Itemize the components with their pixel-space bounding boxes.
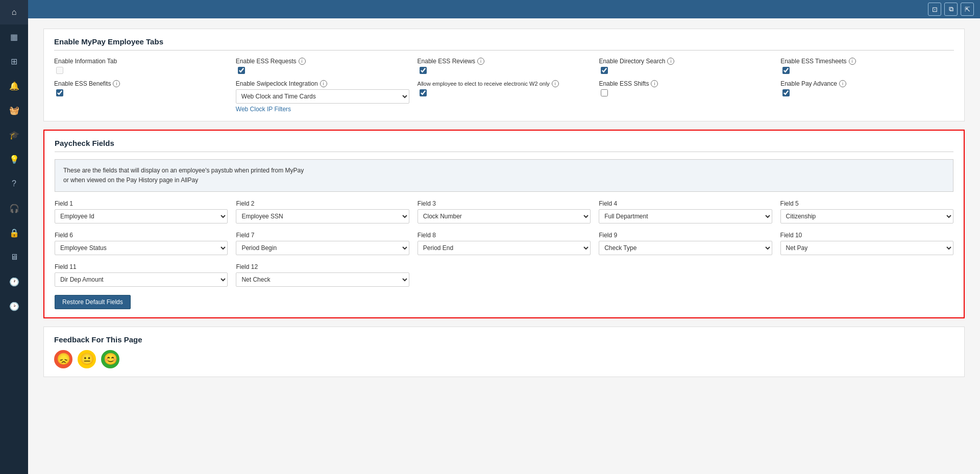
field-12-label: Field 12 <box>236 263 409 270</box>
field-empty-2 <box>599 263 772 287</box>
sidebar-item-security[interactable]: 🔒 <box>0 220 28 245</box>
topbar-icon-2[interactable]: ⧉ <box>944 3 958 16</box>
enable-pay-advance-label: Enable Pay Advance i <box>780 80 954 87</box>
field-8-item: Field 8 Employee Id Employee SSN Clock N… <box>418 232 591 255</box>
field-7-label: Field 7 <box>236 232 409 239</box>
fields-row-1: Field 1 Employee Id Employee SSN Clock N… <box>55 200 953 223</box>
enable-pay-advance-checkbox[interactable] <box>782 89 790 96</box>
sidebar-item-bell[interactable]: 🔔 <box>0 73 28 98</box>
field-7-item: Field 7 Employee Id Employee SSN Clock N… <box>236 232 409 255</box>
w2-info-icon[interactable]: i <box>552 80 559 87</box>
sidebar-item-clock2[interactable]: 🕑 <box>0 294 28 318</box>
feedback-section: Feedback For This Page 😞 😐 😊 <box>43 327 965 377</box>
field-6-item: Field 6 Employee Id Employee SSN Clock N… <box>55 232 228 255</box>
ess-requests-info-icon[interactable]: i <box>299 58 306 65</box>
field-9-select[interactable]: Employee Id Employee SSN Clock Number Fu… <box>599 241 772 255</box>
enable-item-ess-shifts: Enable ESS Shifts i <box>599 80 772 113</box>
sidebar-item-education[interactable]: 🎓 <box>0 122 28 147</box>
enable-ess-timesheets-wrap <box>780 67 954 74</box>
swipeclock-select[interactable]: Web Clock and Time Cards Option 2 <box>236 89 409 104</box>
enable-w2-wrap <box>418 89 591 96</box>
field-9-label: Field 9 <box>599 232 772 239</box>
field-8-select[interactable]: Employee Id Employee SSN Clock Number Fu… <box>418 241 591 255</box>
enable-pay-advance-wrap <box>780 89 954 96</box>
enable-ess-benefits-label: Enable ESS Benefits i <box>54 80 228 87</box>
enable-item-information-tab: Enable Information Tab <box>54 58 228 74</box>
enable-ess-timesheets-checkbox[interactable] <box>782 67 790 74</box>
enable-information-tab-label: Enable Information Tab <box>54 58 228 65</box>
field-11-select[interactable]: Employee Id Employee SSN Clock Number Fu… <box>55 272 228 287</box>
sidebar-item-dashboard[interactable]: ▦ <box>0 24 28 49</box>
field-10-label: Field 10 <box>780 232 953 239</box>
enable-ess-requests-wrap <box>236 67 409 74</box>
sidebar-item-basket[interactable]: 🧺 <box>0 98 28 122</box>
web-clock-ip-filters-link[interactable]: Web Clock IP Filters <box>236 106 409 113</box>
feedback-neutral-button[interactable]: 😐 <box>78 350 96 368</box>
sidebar-item-clock1[interactable]: 🕐 <box>0 269 28 294</box>
content-area: Enable MyPay Employee Tabs Enable Inform… <box>28 18 980 474</box>
sidebar-item-home[interactable]: ⌂ <box>0 0 28 24</box>
enable-swipeclock-label: Enable Swipeclock Integration i <box>236 80 409 87</box>
field-3-item: Field 3 Employee Id Employee SSN Clock N… <box>418 200 591 223</box>
paycheck-info-box: These are the fields that will display o… <box>55 159 953 192</box>
ess-timesheets-info-icon[interactable]: i <box>849 58 856 65</box>
directory-search-info-icon[interactable]: i <box>667 58 674 65</box>
main-content: ⊡ ⧉ ⇱ Enable MyPay Employee Tabs Enable … <box>28 0 980 474</box>
enable-ess-reviews-wrap <box>418 67 591 74</box>
field-12-select[interactable]: Employee Id Employee SSN Clock Number Fu… <box>236 272 409 287</box>
sidebar-item-lightbulb[interactable]: 💡 <box>0 147 28 171</box>
topbar-icon-1[interactable]: ⊡ <box>928 3 941 16</box>
ess-reviews-info-icon[interactable]: i <box>477 58 484 65</box>
enable-item-ess-requests: Enable ESS Requests i <box>236 58 409 74</box>
field-3-select[interactable]: Employee Id Employee SSN Clock Number Fu… <box>418 209 591 223</box>
enable-tabs-section: Enable MyPay Employee Tabs Enable Inform… <box>43 29 965 121</box>
enable-ess-benefits-checkbox[interactable] <box>56 89 63 96</box>
field-7-select[interactable]: Employee Id Employee SSN Clock Number Fu… <box>236 241 409 255</box>
enable-ess-shifts-checkbox[interactable] <box>601 89 608 96</box>
enable-directory-search-wrap <box>599 67 772 74</box>
paycheck-fields-section: Paycheck Fields These are the fields tha… <box>43 130 965 318</box>
enable-ess-requests-checkbox[interactable] <box>238 67 245 74</box>
enable-item-ess-benefits: Enable ESS Benefits i <box>54 80 228 113</box>
sidebar-item-support[interactable]: 🎧 <box>0 196 28 220</box>
enable-w2-checkbox[interactable] <box>420 89 427 96</box>
field-6-select[interactable]: Employee Id Employee SSN Clock Number Fu… <box>55 241 228 255</box>
enable-directory-search-checkbox[interactable] <box>601 67 608 74</box>
field-5-select[interactable]: Employee Id Employee SSN Clock Number Fu… <box>780 209 953 223</box>
ess-shifts-info-icon[interactable]: i <box>651 80 658 87</box>
enable-item-directory-search: Enable Directory Search i <box>599 58 772 74</box>
topbar-icons: ⊡ ⧉ ⇱ <box>928 3 974 16</box>
field-10-item: Field 10 Employee Id Employee SSN Clock … <box>780 232 953 255</box>
sidebar-item-grid[interactable]: ⊞ <box>0 49 28 73</box>
feedback-sad-button[interactable]: 😞 <box>54 350 72 368</box>
restore-default-fields-button[interactable]: Restore Default Fields <box>55 295 131 309</box>
field-1-label: Field 1 <box>55 200 228 207</box>
enable-ess-reviews-checkbox[interactable] <box>420 67 427 74</box>
sidebar-item-help[interactable]: ? <box>0 171 28 196</box>
enable-item-ess-reviews: Enable ESS Reviews i <box>418 58 591 74</box>
enable-ess-reviews-label: Enable ESS Reviews i <box>418 58 591 65</box>
sidebar: ⌂ ▦ ⊞ 🔔 🧺 🎓 💡 ? 🎧 🔒 🖥 🕐 🕑 <box>0 0 28 474</box>
field-2-label: Field 2 <box>236 200 409 207</box>
enable-information-tab-checkbox[interactable] <box>56 67 63 74</box>
feedback-title: Feedback For This Page <box>54 335 954 344</box>
field-10-select[interactable]: Employee Id Employee SSN Clock Number Fu… <box>780 241 953 255</box>
field-2-select[interactable]: Employee Id Employee SSN Clock Number Fu… <box>236 209 409 223</box>
pay-advance-info-icon[interactable]: i <box>839 80 846 87</box>
field-4-select[interactable]: Employee Id Employee SSN Clock Number Fu… <box>599 209 772 223</box>
field-4-label: Field 4 <box>599 200 772 207</box>
enable-ess-benefits-wrap <box>54 89 228 96</box>
field-9-item: Field 9 Employee Id Employee SSN Clock N… <box>599 232 772 255</box>
feedback-happy-button[interactable]: 😊 <box>101 350 119 368</box>
ess-benefits-info-icon[interactable]: i <box>113 80 120 87</box>
field-3-label: Field 3 <box>418 200 591 207</box>
topbar-icon-3[interactable]: ⇱ <box>961 3 974 16</box>
field-1-select[interactable]: Employee Id Employee SSN Clock Number Fu… <box>55 209 228 223</box>
swipeclock-info-icon[interactable]: i <box>320 80 327 87</box>
sidebar-item-monitor[interactable]: 🖥 <box>0 245 28 269</box>
enable-tabs-title: Enable MyPay Employee Tabs <box>54 37 954 51</box>
enable-ess-requests-label: Enable ESS Requests i <box>236 58 409 65</box>
fields-row-2: Field 6 Employee Id Employee SSN Clock N… <box>55 232 953 255</box>
fields-row-3: Field 11 Employee Id Employee SSN Clock … <box>55 263 953 287</box>
field-5-label: Field 5 <box>780 200 953 207</box>
